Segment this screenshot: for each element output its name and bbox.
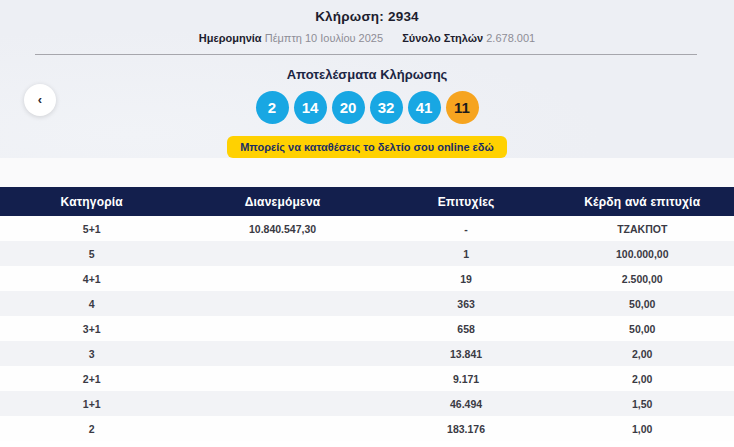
- cell-distributed: 10.840.547,30: [184, 216, 382, 241]
- table-row: 4+1 19 2.500,00: [0, 266, 734, 291]
- cell-distributed: [184, 391, 382, 416]
- table-header-row: Κατηγορία Διανεμόμενα Επιτυχίες Κέρδη αν…: [0, 187, 734, 216]
- cell-winners: 9.171: [382, 366, 551, 391]
- draw-date-label: Ημερομηνία: [199, 32, 262, 44]
- cell-category: 4: [0, 291, 184, 316]
- cell-prize: 2,00: [550, 366, 734, 391]
- cell-winners: 19: [382, 266, 551, 291]
- table-row: 2+1 9.171 2,00: [0, 366, 734, 391]
- draw-summary-panel: Κλήρωση: 2934 Ημερομηνία Πέμπτη 10 Ιουλί…: [0, 0, 734, 158]
- total-columns-value: 2.678.001: [486, 32, 535, 44]
- cell-category: 2: [0, 416, 184, 441]
- table-row: 2 183.176 1,00: [0, 416, 734, 441]
- submit-ticket-online-button[interactable]: Μπορείς να καταθέσεις το δελτίο σου onli…: [227, 136, 507, 158]
- column-header-category: Κατηγορία: [0, 187, 184, 216]
- cell-prize: 100.000,00: [550, 241, 734, 266]
- cell-prize: 50,00: [550, 316, 734, 341]
- cell-distributed: [184, 316, 382, 341]
- table-row: 3 13.841 2,00: [0, 341, 734, 366]
- bonus-number-ball: 11: [446, 91, 479, 124]
- cell-winners: 363: [382, 291, 551, 316]
- table-row: 3+1 658 50,00: [0, 316, 734, 341]
- cell-category: 2+1: [0, 366, 184, 391]
- table-row: 5+1 10.840.547,30 - ΤΖΑΚΠΟΤ: [0, 216, 734, 241]
- draw-meta: Ημερομηνία Πέμπτη 10 Ιουλίου 2025 Σύνολο…: [0, 32, 734, 44]
- cell-prize: 50,00: [550, 291, 734, 316]
- number-ball: 14: [294, 91, 327, 124]
- number-ball: 32: [370, 91, 403, 124]
- cell-distributed: [184, 366, 382, 391]
- total-columns: Σύνολο Στηλών 2.678.001: [402, 32, 535, 44]
- cell-prize: ΤΖΑΚΠΟΤ: [550, 216, 734, 241]
- cell-winners: -: [382, 216, 551, 241]
- chevron-left-icon: ‹: [38, 93, 42, 106]
- table-row: 4 363 50,00: [0, 291, 734, 316]
- number-ball: 2: [256, 91, 289, 124]
- winning-numbers: 2 14 20 32 41 11: [0, 91, 734, 124]
- cell-winners: 658: [382, 316, 551, 341]
- number-ball: 41: [408, 91, 441, 124]
- previous-draw-button[interactable]: ‹: [24, 84, 56, 116]
- results-title: Αποτελέσματα Κλήρωσης: [0, 67, 734, 82]
- column-header-distributed: Διανεμόμενα: [184, 187, 382, 216]
- draw-date: Ημερομηνία Πέμπτη 10 Ιουλίου 2025: [199, 32, 386, 44]
- cell-winners: 183.176: [382, 416, 551, 441]
- cell-category: 5: [0, 241, 184, 266]
- cell-category: 3+1: [0, 316, 184, 341]
- cell-prize: 1,50: [550, 391, 734, 416]
- table-row: 5 1 100.000,00: [0, 241, 734, 266]
- cell-winners: 46.494: [382, 391, 551, 416]
- cell-distributed: [184, 291, 382, 316]
- cell-prize: 2,00: [550, 341, 734, 366]
- cell-prize: 2.500,00: [550, 266, 734, 291]
- payout-table: Κατηγορία Διανεμόμενα Επιτυχίες Κέρδη αν…: [0, 187, 734, 441]
- cell-category: 5+1: [0, 216, 184, 241]
- cell-prize: 1,00: [550, 416, 734, 441]
- number-ball: 20: [332, 91, 365, 124]
- cell-distributed: [184, 241, 382, 266]
- draw-title: Κλήρωση: 2934: [0, 0, 734, 24]
- column-header-prize: Κέρδη ανά επιτυχία: [550, 187, 734, 216]
- draw-results-page: Κλήρωση: 2934 Ημερομηνία Πέμπτη 10 Ιουλί…: [0, 0, 734, 447]
- cell-distributed: [184, 266, 382, 291]
- draw-title-label: Κλήρωση:: [315, 9, 384, 24]
- total-columns-label: Σύνολο Στηλών: [402, 32, 483, 44]
- cell-category: 1+1: [0, 391, 184, 416]
- table-row: 1+1 46.494 1,50: [0, 391, 734, 416]
- cell-distributed: [184, 341, 382, 366]
- spacer-band: [0, 158, 734, 187]
- draw-number: 2934: [388, 9, 419, 24]
- cell-category: 3: [0, 341, 184, 366]
- cell-distributed: [184, 416, 382, 441]
- cell-category: 4+1: [0, 266, 184, 291]
- cell-winners: 1: [382, 241, 551, 266]
- header-divider: [35, 54, 697, 55]
- draw-date-value: Πέμπτη 10 Ιουλίου 2025: [265, 32, 383, 44]
- column-header-winners: Επιτυχίες: [382, 187, 551, 216]
- cell-winners: 13.841: [382, 341, 551, 366]
